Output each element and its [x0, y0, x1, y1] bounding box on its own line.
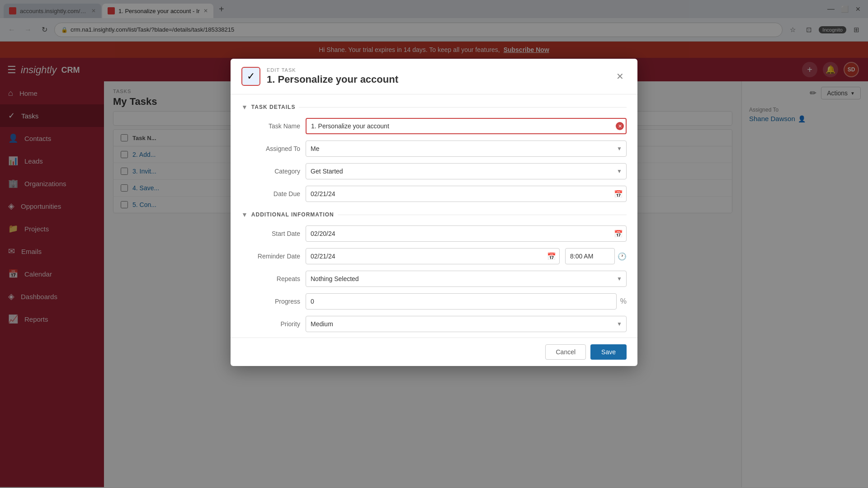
- start-date-label: Start Date: [241, 230, 300, 237]
- date-due-row: Date Due 📅: [241, 186, 627, 202]
- start-date-field: 📅: [306, 225, 627, 242]
- reminder-time-input[interactable]: [565, 248, 615, 264]
- progress-label: Progress: [241, 298, 300, 305]
- category-row: Category Get Started ▼: [241, 163, 627, 179]
- task-name-label: Task Name: [241, 122, 300, 130]
- reminder-date-row: Reminder Date 📅 🕐: [241, 248, 627, 264]
- start-date-input[interactable]: [306, 225, 627, 242]
- task-details-title: TASK DETAILS: [251, 104, 296, 110]
- progress-row: Progress %: [241, 293, 627, 310]
- repeats-label: Repeats: [241, 275, 300, 282]
- task-icon: ✓: [241, 67, 260, 86]
- reminder-time-wrapper: 🕐: [565, 248, 627, 264]
- modal-footer: Cancel Save: [231, 338, 637, 366]
- section-toggle-icon[interactable]: ▼: [241, 103, 248, 111]
- edit-task-modal: ✓ EDIT TASK 1. Personalize your account …: [231, 59, 637, 366]
- clock-icon: 🕐: [618, 252, 627, 261]
- priority-label: Priority: [241, 320, 300, 328]
- modal-header: ✓ EDIT TASK 1. Personalize your account …: [231, 59, 637, 94]
- task-name-input[interactable]: [306, 118, 627, 134]
- priority-select[interactable]: Medium: [306, 316, 627, 332]
- percent-icon: %: [620, 297, 627, 305]
- modal-title: 1. Personalize your account: [267, 74, 607, 85]
- date-due-input[interactable]: [306, 186, 627, 202]
- category-select-wrapper: Get Started ▼: [306, 163, 627, 179]
- date-due-field: 📅: [306, 186, 627, 202]
- assigned-to-select-wrapper: Me ▼: [306, 141, 627, 157]
- progress-field: %: [306, 293, 627, 310]
- reminder-date-label: Reminder Date: [241, 253, 300, 260]
- start-date-row: Start Date 📅: [241, 225, 627, 242]
- modal-overlay: ✓ EDIT TASK 1. Personalize your account …: [0, 0, 868, 488]
- progress-input[interactable]: [306, 293, 617, 310]
- category-label: Category: [241, 168, 300, 175]
- priority-row: Priority Medium ▼: [241, 316, 627, 332]
- assigned-to-row: Assigned To Me ▼: [241, 141, 627, 157]
- task-name-row: Task Name ✕: [241, 118, 627, 134]
- additional-info-title: ADDITIONAL INFORMATION: [251, 211, 334, 218]
- save-button[interactable]: Save: [590, 344, 627, 360]
- task-name-input-wrapper: ✕: [306, 118, 627, 134]
- modal-subtitle: EDIT TASK: [267, 67, 607, 73]
- repeats-select[interactable]: Nothing Selected: [306, 271, 627, 287]
- category-select[interactable]: Get Started: [306, 163, 627, 179]
- priority-select-wrapper: Medium ▼: [306, 316, 627, 332]
- modal-body: ▼ TASK DETAILS Task Name ✕ Assigned To: [231, 94, 637, 338]
- task-details-section-header: ▼ TASK DETAILS: [241, 103, 627, 111]
- repeats-select-wrapper: Nothing Selected ▼: [306, 271, 627, 287]
- additional-toggle-icon[interactable]: ▼: [241, 211, 248, 218]
- modal-header-info: EDIT TASK 1. Personalize your account: [267, 67, 607, 85]
- cancel-button[interactable]: Cancel: [545, 344, 586, 360]
- task-name-clear-button[interactable]: ✕: [616, 122, 624, 130]
- assigned-to-field-label: Assigned To: [241, 145, 300, 152]
- date-due-label: Date Due: [241, 190, 300, 197]
- additional-info-section-header: ▼ ADDITIONAL INFORMATION: [241, 211, 627, 218]
- reminder-date-field: 📅: [306, 248, 560, 264]
- reminder-date-input[interactable]: [306, 248, 560, 264]
- modal-close-button[interactable]: ✕: [613, 70, 627, 83]
- assigned-to-select[interactable]: Me: [306, 141, 627, 157]
- repeats-row: Repeats Nothing Selected ▼: [241, 271, 627, 287]
